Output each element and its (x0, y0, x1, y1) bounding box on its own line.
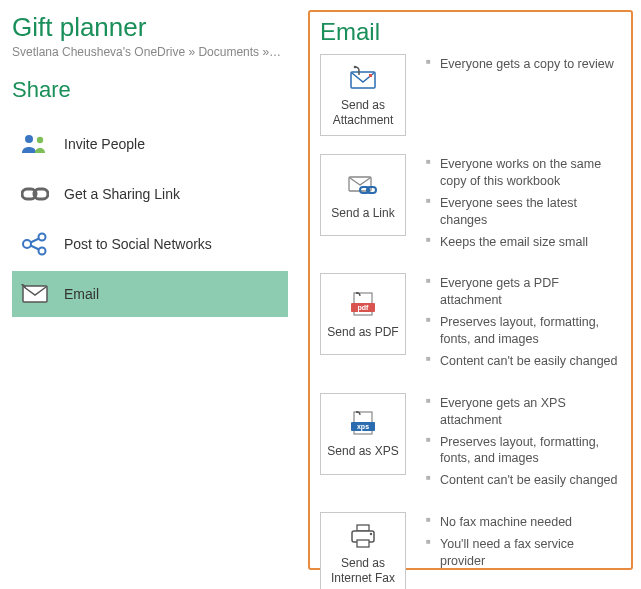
svg-point-4 (23, 240, 31, 248)
share-item-invite-people[interactable]: Invite People (12, 121, 288, 167)
pdf-icon: pdf (347, 291, 379, 319)
bullet-item: You'll need a fax service provider (426, 536, 621, 570)
share-item-social-networks[interactable]: Post to Social Networks (12, 221, 288, 267)
share-item-label: Email (64, 286, 99, 302)
option-description: Everyone gets a copy to review (426, 54, 621, 78)
bullet-item: Everyone gets an XPS attachment (426, 395, 621, 429)
option-description: Everyone gets a PDF attachment Preserves… (426, 273, 621, 374)
send-as-xps-button[interactable]: xps Send as XPS (320, 393, 406, 475)
option-description: Everyone works on the same copy of this … (426, 154, 621, 255)
bullet-item: Everyone gets a copy to review (426, 56, 621, 73)
bullet-item: Preserves layout, formatting, fonts, and… (426, 434, 621, 468)
left-pane: Gift planner Svetlana Cheusheva's OneDri… (8, 8, 288, 321)
svg-text:pdf: pdf (358, 304, 370, 312)
option-description: No fax machine needed You'll need a fax … (426, 512, 621, 575)
email-option-row: xps Send as XPS Everyone gets an XPS att… (320, 393, 621, 494)
bullet-item: Everyone sees the latest changes (426, 195, 621, 229)
email-option-row: Send as Internet Fax No fax machine need… (320, 512, 621, 589)
fax-icon (347, 522, 379, 550)
svg-point-28 (370, 533, 372, 535)
send-a-link-button[interactable]: Send a Link (320, 154, 406, 236)
send-as-internet-fax-button[interactable]: Send as Internet Fax (320, 512, 406, 589)
email-option-row: Send a Link Everyone works on the same c… (320, 154, 621, 255)
attachment-envelope-icon (347, 64, 379, 92)
svg-rect-27 (357, 540, 369, 547)
email-heading: Email (320, 18, 621, 46)
email-panel: Email Send as Attachment Everyone ge (308, 10, 633, 570)
xps-icon: xps (347, 410, 379, 438)
share-item-email[interactable]: Email (12, 271, 288, 317)
bullet-item: Everyone works on the same copy of this … (426, 156, 621, 190)
right-pane: Email Send as Attachment Everyone ge (308, 8, 633, 570)
bullet-item: Everyone gets a PDF attachment (426, 275, 621, 309)
share-item-label: Get a Sharing Link (64, 186, 180, 202)
svg-point-5 (39, 234, 46, 241)
bullet-item: No fax machine needed (426, 514, 621, 531)
send-as-attachment-button[interactable]: Send as Attachment (320, 54, 406, 136)
svg-point-24 (356, 411, 358, 413)
svg-line-7 (31, 239, 40, 243)
svg-point-6 (39, 248, 46, 255)
svg-point-1 (37, 137, 43, 143)
svg-line-8 (31, 246, 40, 250)
button-label: Send as Attachment (325, 98, 401, 128)
page-title: Gift planner (12, 12, 288, 43)
svg-point-20 (356, 292, 358, 294)
send-as-pdf-button[interactable]: pdf Send as PDF (320, 273, 406, 355)
email-option-row: Send as Attachment Everyone gets a copy … (320, 54, 621, 136)
button-label: Send as XPS (327, 444, 398, 459)
bullet-item: Keeps the email size small (426, 234, 621, 251)
share-network-icon (20, 229, 50, 259)
email-icon (20, 279, 50, 309)
share-heading: Share (12, 77, 288, 103)
svg-point-0 (25, 135, 33, 143)
link-envelope-icon (347, 172, 379, 200)
bullet-item: Content can't be easily changed (426, 353, 621, 370)
svg-point-13 (354, 66, 357, 69)
svg-rect-12 (369, 74, 372, 77)
button-label: Send as Internet Fax (325, 556, 401, 586)
email-option-row: pdf Send as PDF Everyone gets a PDF atta… (320, 273, 621, 374)
option-description: Everyone gets an XPS attachment Preserve… (426, 393, 621, 494)
button-label: Send a Link (331, 206, 394, 221)
people-icon (20, 129, 50, 159)
breadcrumb: Svetlana Cheusheva's OneDrive » Document… (12, 45, 282, 59)
svg-text:xps: xps (357, 423, 369, 431)
button-label: Send as PDF (327, 325, 398, 340)
svg-rect-25 (357, 525, 369, 531)
share-item-label: Post to Social Networks (64, 236, 212, 252)
link-icon (20, 179, 50, 209)
bullet-item: Content can't be easily changed (426, 472, 621, 489)
share-item-sharing-link[interactable]: Get a Sharing Link (12, 171, 288, 217)
share-item-label: Invite People (64, 136, 145, 152)
bullet-item: Preserves layout, formatting, fonts, and… (426, 314, 621, 348)
